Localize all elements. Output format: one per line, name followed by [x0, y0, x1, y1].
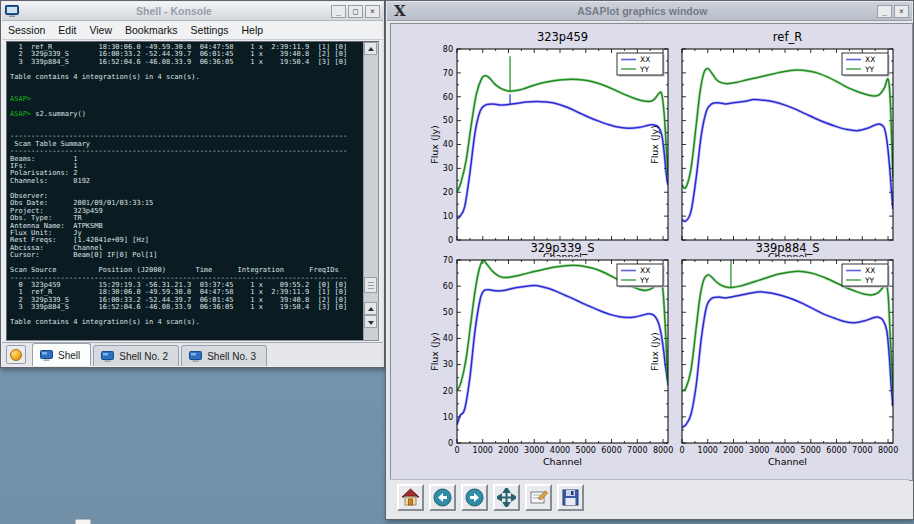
- svg-text:20: 20: [443, 188, 453, 197]
- save-button[interactable]: [557, 484, 584, 511]
- asaplot-titlebar[interactable]: X ASAPlot graphics window _ ×: [387, 2, 912, 21]
- pan-button[interactable]: [493, 484, 520, 511]
- close-button[interactable]: ×: [365, 5, 380, 18]
- configure-button[interactable]: [525, 484, 552, 511]
- asaplot-window-title: ASAPlot graphics window: [410, 5, 875, 17]
- desktop-artifact: [75, 519, 91, 524]
- scroll-down-button[interactable]: [364, 315, 377, 328]
- svg-text:XX: XX: [640, 55, 650, 64]
- scroll-up-button-2[interactable]: [364, 302, 377, 315]
- terminal-scrollbar[interactable]: [363, 42, 378, 340]
- svg-text:20: 20: [443, 387, 453, 396]
- x11-app-icon: X: [394, 4, 406, 19]
- svg-text:60: 60: [443, 93, 453, 102]
- svg-text:323p459: 323p459: [537, 30, 588, 44]
- menu-item-view[interactable]: View: [89, 24, 112, 36]
- configure-icon: [529, 488, 548, 507]
- svg-text:2000: 2000: [498, 446, 518, 455]
- terminal-line: [10, 334, 362, 338]
- svg-text:50: 50: [443, 116, 453, 125]
- terminal-output: 1 ref_R 18:30:06.0 -49.59.30.0 04:47:58 …: [10, 44, 362, 338]
- svg-text:10: 10: [443, 413, 453, 422]
- forward-icon: [465, 488, 484, 507]
- svg-text:3000: 3000: [524, 446, 544, 455]
- subplot-329p339_S: 0102030405060700100020003000400050006000…: [429, 241, 673, 467]
- svg-text:10: 10: [443, 212, 453, 221]
- svg-text:5000: 5000: [576, 446, 596, 455]
- svg-text:8000: 8000: [878, 446, 898, 455]
- back-button[interactable]: [429, 484, 456, 511]
- svg-text:XX: XX: [865, 55, 875, 64]
- menu-item-settings[interactable]: Settings: [191, 24, 229, 36]
- svg-text:0: 0: [448, 236, 453, 245]
- plot-minimize-button[interactable]: _: [877, 5, 892, 18]
- svg-text:0: 0: [454, 446, 459, 455]
- svg-text:7000: 7000: [852, 446, 872, 455]
- minimize-button[interactable]: _: [331, 5, 346, 18]
- menu-item-help[interactable]: Help: [242, 24, 264, 36]
- svg-text:YY: YY: [639, 276, 650, 285]
- svg-text:80: 80: [443, 45, 453, 54]
- svg-text:Flux (Jy): Flux (Jy): [649, 125, 660, 164]
- charts-svg: 01020304050607080ChannelFlux (Jy)323p459…: [391, 24, 912, 480]
- tab-label: Shell No. 2: [119, 351, 168, 362]
- subplot-ref_R: ChannelFlux (Jy)ref_RXXYY: [649, 30, 893, 262]
- scrollbar-thumb[interactable]: [364, 277, 377, 293]
- forward-button[interactable]: [461, 484, 488, 511]
- svg-text:329p339_S: 329p339_S: [530, 241, 594, 255]
- svg-text:30: 30: [443, 164, 453, 173]
- terminal-line: [10, 118, 362, 125]
- session-ball-icon: [10, 349, 22, 361]
- home-button[interactable]: [397, 484, 424, 511]
- arrow-down-icon: [368, 321, 374, 325]
- svg-text:XX: XX: [640, 266, 650, 275]
- tab-shell[interactable]: Shell: [32, 343, 91, 366]
- svg-text:4000: 4000: [775, 446, 795, 455]
- tab-shell-no-3[interactable]: Shell No. 3: [181, 345, 267, 366]
- tabs-container: ShellShell No. 2Shell No. 3: [32, 343, 269, 366]
- scroll-up-button[interactable]: [364, 42, 377, 55]
- tab-label: Shell: [58, 350, 80, 361]
- plot-close-button[interactable]: ×: [894, 5, 909, 18]
- svg-text:0: 0: [679, 446, 684, 455]
- terminal-line: 3 339p884_S 16:52:04.6 -46.08.33.9 06:36…: [10, 59, 362, 66]
- svg-text:YY: YY: [864, 276, 875, 285]
- svg-text:6000: 6000: [601, 446, 621, 455]
- terminal-line: 3 339p884_S 16:52:04.6 -46.08.33.9 06:36…: [10, 304, 362, 311]
- back-icon: [433, 488, 452, 507]
- svg-text:339p884_S: 339p884_S: [755, 241, 819, 255]
- grip-icon: [368, 282, 374, 289]
- terminal-line: [10, 327, 362, 334]
- svg-text:Flux (Jy): Flux (Jy): [429, 125, 440, 164]
- terminal-line: Channels: 8192: [10, 178, 362, 185]
- arrow-up-icon: [368, 47, 374, 51]
- menu-item-bookmarks[interactable]: Bookmarks: [125, 24, 178, 36]
- figure-canvas: 01020304050607080ChannelFlux (Jy)323p459…: [390, 23, 913, 481]
- plot-toolbar: [390, 479, 909, 515]
- menu-item-session[interactable]: Session: [8, 24, 45, 36]
- desktop: Shell - Konsole _ □ × SessionEditViewBoo…: [0, 0, 914, 524]
- subplot-323p459: 01020304050607080ChannelFlux (Jy)323p459…: [429, 30, 668, 262]
- tab-shell-no-2[interactable]: Shell No. 2: [93, 345, 179, 366]
- svg-text:40: 40: [443, 334, 453, 343]
- svg-text:60: 60: [443, 282, 453, 291]
- terminal[interactable]: 1 ref_R 18:30:06.0 -49.59.30.0 04:47:58 …: [6, 41, 379, 341]
- svg-text:4000: 4000: [550, 446, 570, 455]
- svg-text:Channel: Channel: [768, 456, 807, 467]
- svg-text:YY: YY: [864, 65, 875, 74]
- svg-text:1000: 1000: [698, 446, 718, 455]
- save-icon: [561, 488, 580, 507]
- new-session-button[interactable]: [6, 345, 26, 364]
- konsole-tabbar: ShellShell No. 2Shell No. 3: [2, 342, 383, 366]
- maximize-button[interactable]: □: [348, 5, 363, 18]
- svg-text:3000: 3000: [749, 446, 769, 455]
- konsole-window: Shell - Konsole _ □ × SessionEditViewBoo…: [0, 0, 385, 368]
- svg-text:Flux (Jy): Flux (Jy): [649, 332, 660, 371]
- svg-text:ref_R: ref_R: [773, 30, 802, 44]
- menu-item-edit[interactable]: Edit: [58, 24, 76, 36]
- svg-text:XX: XX: [865, 266, 875, 275]
- svg-text:1000: 1000: [473, 446, 493, 455]
- tab-label: Shell No. 3: [207, 351, 256, 362]
- konsole-titlebar[interactable]: Shell - Konsole _ □ ×: [2, 2, 383, 21]
- konsole-menubar: SessionEditViewBookmarksSettingsHelp: [2, 21, 383, 40]
